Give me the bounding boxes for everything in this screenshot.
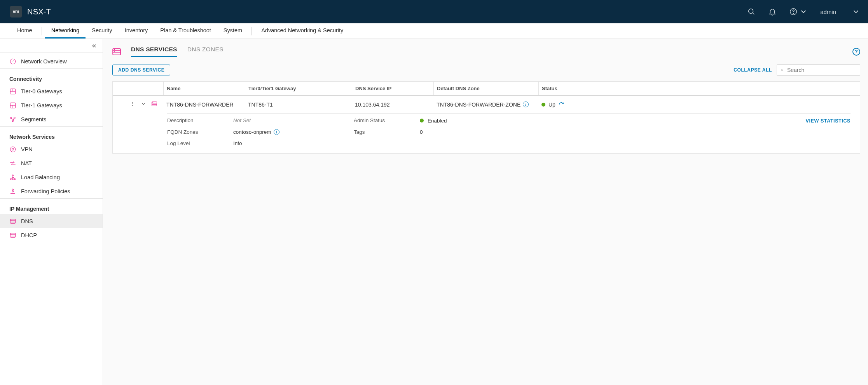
sidebar-item-label: Network Overview	[21, 58, 67, 65]
dashboard-icon	[9, 58, 16, 65]
top-nav-bar: vm NSX-T admin	[0, 0, 868, 23]
svg-point-35	[781, 69, 782, 70]
search-input[interactable]	[786, 66, 856, 74]
bell-icon[interactable]	[768, 7, 777, 16]
sidebar-item-load-balancing[interactable]: Load Balancing	[0, 170, 103, 184]
vpn-icon	[9, 146, 16, 153]
row-menu-icon[interactable]	[130, 101, 135, 108]
sidebar-item-segments[interactable]: Segments	[0, 112, 103, 126]
status-dot	[541, 103, 545, 107]
sidebar-item-network-overview[interactable]: Network Overview	[0, 54, 103, 68]
page-tabs: DNS SERVICES DNS ZONES ?	[112, 46, 860, 57]
add-dns-service-button[interactable]: ADD DNS SERVICE	[112, 65, 170, 75]
sidebar-collapse[interactable]	[0, 39, 103, 53]
view-statistics-link[interactable]: VIEW STATISTICS	[806, 118, 851, 124]
sidebar-item-label: Segments	[21, 116, 46, 122]
tab-dns-services[interactable]: DNS SERVICES	[131, 46, 177, 57]
detail-value-admin-status: Enabled	[428, 118, 447, 124]
main-tabs: Home Networking Security Inventory Plan …	[0, 23, 868, 39]
tab-security[interactable]: Security	[86, 23, 118, 38]
svg-rect-26	[10, 233, 16, 238]
tab-inventory[interactable]: Inventory	[119, 23, 154, 38]
col-status: Status	[538, 82, 860, 95]
svg-point-37	[132, 102, 133, 103]
dns-page-icon	[112, 48, 121, 55]
sidebar-item-label: Tier-0 Gateways	[21, 88, 62, 94]
tab-home[interactable]: Home	[11, 23, 38, 38]
svg-point-14	[10, 147, 16, 152]
svg-point-17	[12, 175, 14, 176]
sidebar-item-label: Forwarding Policies	[21, 188, 70, 194]
sidebar-item-forwarding-policies[interactable]: Forwarding Policies	[0, 184, 103, 198]
help-icon[interactable]: ?	[852, 48, 860, 56]
dns-services-table: Name Tier0/Tier1 Gateway DNS Service IP …	[112, 81, 860, 154]
tab-dns-zones[interactable]: DNS ZONES	[187, 46, 224, 57]
sidebar-heading-ip-management: IP Management	[0, 200, 103, 214]
tab-separator	[42, 27, 42, 35]
svg-rect-22	[10, 219, 16, 224]
tab-advanced-networking-security[interactable]: Advanced Networking & Security	[255, 23, 349, 38]
tab-plan-troubleshoot[interactable]: Plan & Troubleshoot	[154, 23, 217, 38]
svg-point-38	[132, 103, 133, 104]
chevron-down-icon	[852, 7, 860, 16]
sidebar: Network Overview Connectivity Tier-0 Gat…	[0, 39, 103, 385]
product-name: NSX-T	[27, 7, 51, 16]
tab-networking[interactable]: Networking	[45, 23, 86, 38]
sidebar-item-tier0-gateways[interactable]: Tier-0 Gateways	[0, 84, 103, 98]
user-menu[interactable]: admin	[820, 7, 860, 16]
detail-value-log-level: Info	[233, 140, 354, 146]
search-icon	[781, 67, 783, 73]
cell-gateway: TNT86-T1	[245, 98, 352, 111]
col-default-zone: Default DNS Zone	[433, 82, 538, 95]
tab-separator	[251, 27, 252, 35]
info-icon[interactable]: i	[523, 102, 529, 107]
detail-label-admin-status: Admin Status	[354, 117, 420, 124]
sidebar-heading-network-services: Network Services	[0, 128, 103, 142]
row-expand-toggle[interactable]	[141, 101, 146, 108]
svg-point-19	[12, 178, 14, 180]
svg-point-20	[14, 178, 16, 180]
status-dot	[420, 119, 424, 122]
detail-label-fqdn-zones: FQDN Zones	[167, 129, 233, 135]
cell-name: TNT86-DNS-FORWARDER	[163, 98, 245, 111]
sidebar-item-label: VPN	[21, 146, 33, 152]
sidebar-item-nat[interactable]: NAT	[0, 156, 103, 170]
collapse-all-link[interactable]: COLLAPSE ALL	[734, 67, 772, 73]
svg-line-1	[753, 13, 754, 14]
table-row: TNT86-DNS-FORWARDER TNT86-T1 10.103.64.1…	[113, 96, 860, 113]
tier-icon	[9, 88, 16, 95]
nat-icon	[9, 160, 16, 167]
tier-icon	[9, 102, 16, 109]
dhcp-icon	[9, 232, 16, 239]
detail-label-description: Description	[167, 117, 233, 124]
dns-icon	[9, 218, 16, 225]
sidebar-item-dns[interactable]: DNS	[0, 214, 103, 228]
cell-status: Up	[548, 102, 555, 108]
detail-value-description: Not Set	[233, 117, 354, 124]
refresh-icon[interactable]	[559, 102, 564, 107]
search-box[interactable]	[777, 64, 860, 76]
row-detail-panel: Description Not Set Admin Status Enabled…	[167, 113, 851, 153]
svg-point-0	[749, 9, 753, 14]
main-content: DNS SERVICES DNS ZONES ? ADD DNS SERVICE…	[103, 39, 868, 385]
sidebar-item-label: Tier-1 Gateways	[21, 102, 62, 108]
help-menu[interactable]	[789, 7, 808, 16]
svg-point-18	[10, 178, 11, 180]
sidebar-item-label: DHCP	[21, 232, 37, 238]
segments-icon	[9, 116, 16, 123]
vmware-logo: vm	[10, 6, 22, 18]
info-icon[interactable]: i	[274, 129, 279, 135]
tab-system[interactable]: System	[217, 23, 248, 38]
sidebar-item-dhcp[interactable]: DHCP	[0, 228, 103, 242]
sidebar-item-tier1-gateways[interactable]: Tier-1 Gateways	[0, 98, 103, 112]
search-icon[interactable]	[747, 7, 756, 16]
sidebar-item-vpn[interactable]: VPN	[0, 142, 103, 156]
svg-line-36	[782, 70, 783, 71]
cell-default-zone: TNT86-DNS-FORWARDER-ZONE	[437, 102, 520, 108]
col-name: Name	[163, 82, 245, 95]
detail-value-tags: 0	[420, 129, 505, 135]
sidebar-item-label: Load Balancing	[21, 174, 60, 180]
svg-point-13	[12, 120, 14, 122]
sidebar-heading-connectivity: Connectivity	[0, 70, 103, 84]
toolbar: ADD DNS SERVICE COLLAPSE ALL	[112, 64, 860, 76]
